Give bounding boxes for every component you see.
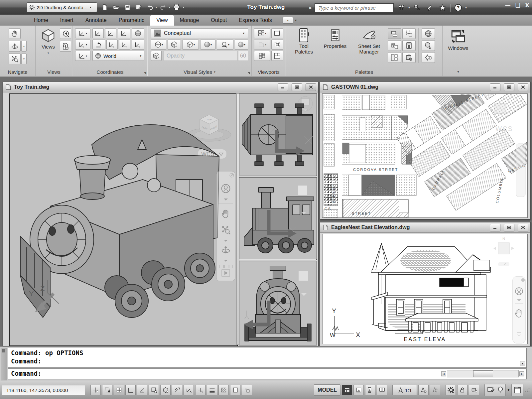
ribbon-minimize-dropdown[interactable]: ▼ [295,19,297,22]
properties-button[interactable]: Properties [319,28,351,65]
resize-grip[interactable] [525,387,530,393]
viewport-clip-button[interactable] [271,40,283,50]
quickcalc-button[interactable] [402,40,416,51]
object-snap-tracking-toggle[interactable] [172,385,182,395]
zoom-dropdown[interactable]: ▾ [21,54,27,64]
new-button[interactable] [100,2,110,12]
views-button[interactable]: Views ▾ [38,28,59,65]
undo-dropdown[interactable]: ▾ [156,6,157,9]
child-restore-button[interactable] [504,224,514,231]
plot-button[interactable] [172,2,182,12]
workspace-switching-button[interactable] [446,385,456,395]
hscroll-track[interactable] [447,370,519,377]
scroll-left-icon[interactable]: ◀ [441,371,446,376]
navigation-bar-ghost[interactable] [516,144,525,197]
viewport-front-view[interactable] [239,261,317,345]
dbconnect-button[interactable] [388,40,401,51]
save-button[interactable] [122,2,132,12]
selection-cycling-toggle[interactable] [242,385,252,395]
restore-button[interactable]: ❑ [515,2,520,9]
quick-properties-toggle[interactable] [230,385,240,395]
vs-materials-button[interactable]: ▾ [235,40,248,50]
saveas-button[interactable] [134,2,144,12]
command-input[interactable]: Command: ◀ ▶ [8,368,527,379]
named-viewports-button[interactable]: ▾ [254,28,270,38]
child-minimize-button[interactable] [490,83,500,91]
quick-view-drawings2-button[interactable] [377,385,387,395]
panel-label-viewports[interactable]: Viewports [251,67,286,76]
external-references-button[interactable] [388,52,401,63]
child-restore-button[interactable] [292,83,302,91]
clean-screen-button[interactable] [511,384,523,396]
panel-label-views[interactable]: Views [35,67,72,76]
ucs-world-button[interactable] [105,28,116,38]
panel-label-windows[interactable]: ▼ [442,67,474,76]
quick-view-drawings-button[interactable] [365,385,375,395]
sheet-set-manager-button[interactable]: Sheet Set Manager [352,28,386,65]
navigation-bar[interactable] [513,277,525,343]
materials-browser-button[interactable] [422,40,435,51]
tab-output[interactable]: Output [205,15,233,26]
tab-parametric[interactable]: Parametric [113,15,150,26]
vs-hidden-button[interactable] [168,40,181,50]
command-window-grip[interactable] [1,348,7,380]
design-center-button[interactable] [402,52,416,63]
redo-button[interactable] [158,2,168,12]
minimize-button[interactable]: — [505,2,511,9]
toy-train-3d-model[interactable] [20,125,219,318]
panel-label-navigate[interactable]: Navigate [0,67,35,76]
qat-customize-dropdown[interactable]: ▼ [182,6,185,9]
tab-express-tools[interactable]: Express Tools [233,15,278,26]
communication-center-icon[interactable] [425,3,435,13]
workspace-switcher[interactable]: 2D Drafting & Annota... ▼ [27,2,97,12]
transparency-toggle[interactable] [218,385,229,395]
panel-label-visual-styles[interactable]: Visual Styles▾◥ [148,67,251,76]
redo-dropdown[interactable]: ▾ [169,6,170,9]
favorites-star-icon[interactable] [438,3,448,13]
coordinate-readout[interactable]: 118.1160, 147.3573, 0.0000 [2,385,85,395]
gastown-drawing[interactable]: CORDOVA STREET POWELL STREET STREET STRE… [322,93,528,218]
undo-button[interactable] [145,2,155,12]
subscription-key-icon[interactable] [412,3,422,13]
tool-palettes-button[interactable]: Tool Palettes [290,28,318,65]
polar-tracking-toggle[interactable] [137,385,147,395]
gastown-title-bar[interactable]: GASTOWN 01.dwg [320,82,530,92]
view-manager-button[interactable] [60,41,71,52]
lineweight-toggle[interactable] [207,385,217,395]
child-restore-button[interactable] [504,83,514,91]
panel-label-palettes[interactable]: Palettes [286,67,442,76]
annotation-visibility-button[interactable] [418,385,429,395]
command-scrollbar[interactable]: ▼ [520,349,525,366]
new-viewport-button[interactable] [271,28,283,38]
ucs-origin-button[interactable] [106,40,118,50]
grid-display-toggle[interactable] [114,385,124,395]
annotation-scale-button[interactable]: 1:1 [392,385,417,395]
orbit-button[interactable] [9,41,21,52]
model-space-button[interactable]: MODEL [314,384,340,396]
viewport-side-view[interactable] [239,177,317,260]
orbit-dropdown[interactable]: ▾ [21,41,27,52]
tab-view[interactable]: View [150,15,174,26]
open-button[interactable] [111,2,121,12]
ucs-settings-button[interactable] [118,28,130,38]
viewcube-top-face[interactable]: TOP [206,118,212,121]
child-close-button[interactable] [518,83,528,91]
command-hscrollbar[interactable]: ◀ ▶ [441,370,524,377]
toolbar-lock-button[interactable] [457,385,467,395]
zoom-extents-button[interactable] [9,54,21,64]
pan-button[interactable] [9,28,21,39]
search-input[interactable] [318,5,391,11]
dialog-launcher-icon[interactable]: ◥ [144,71,146,75]
viewcube-small[interactable] [495,104,506,114]
infer-constraints-toggle[interactable] [90,385,101,395]
child-minimize-button[interactable] [278,83,288,91]
visual-style-combo[interactable]: Conceptual ▼ [151,28,248,38]
panel-label-coordinates[interactable]: Coordinates◥ [72,67,148,76]
tab-annotate[interactable]: Annotate [79,15,113,26]
viewport-splitter-vertical[interactable] [236,93,239,345]
close-button[interactable]: X [525,2,529,9]
markup-set-manager-button[interactable] [402,28,416,39]
ucs-3point-button[interactable] [132,40,144,50]
vs-lighting-button[interactable]: ▾ [217,40,233,50]
isolate-objects-lightbulb-icon[interactable] [497,386,503,394]
